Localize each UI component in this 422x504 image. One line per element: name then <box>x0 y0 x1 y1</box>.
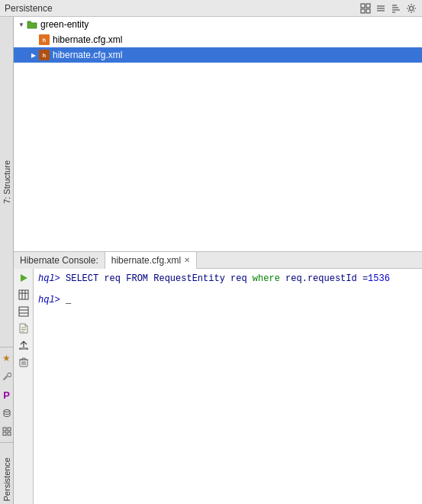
svg-point-11 <box>410 6 414 10</box>
console-content: hql> SELECT req FROM RequestEntity req w… <box>14 269 422 504</box>
folder-icon <box>26 19 38 30</box>
persistence-tree: ▼ green-entity h hibernate.cfg.xml ▶ <box>14 17 422 252</box>
delete-button[interactable] <box>16 354 31 370</box>
export-button[interactable] <box>16 338 31 353</box>
tree-item-green-entity[interactable]: ▼ green-entity <box>14 17 422 32</box>
svg-rect-13 <box>3 428 6 431</box>
green-entity-label: green-entity <box>40 19 89 30</box>
close-tab-icon[interactable]: ✕ <box>184 256 190 264</box>
hql-select: SELECT req FROM RequestEntity req <box>60 272 253 286</box>
hql-value: 1536 <box>368 272 390 286</box>
console-toolbar <box>14 269 34 504</box>
console-line-2: hql> _ <box>38 293 417 307</box>
structure-label: 7: Structure <box>2 160 11 204</box>
hql-prompt-1: hql> <box>38 272 60 286</box>
console-spacer <box>38 286 417 293</box>
svg-rect-0 <box>361 4 365 8</box>
sort-icon[interactable] <box>390 2 402 15</box>
persistence-label: Persistence <box>2 457 11 501</box>
content-area: ▼ green-entity h hibernate.cfg.xml ▶ <box>14 17 422 504</box>
persistence-panel-tab[interactable]: Persistence <box>0 443 13 504</box>
hibernate-file-icon: h <box>38 34 50 45</box>
tree-item-hibernate1[interactable]: h hibernate.cfg.xml <box>14 32 422 47</box>
hibernate2-label: hibernate.cfg.xml <box>53 50 122 60</box>
settings-icon[interactable] <box>405 2 417 15</box>
outer-wrapper: 7: Structure ★ P <box>0 17 422 504</box>
star-icon[interactable]: ★ <box>1 352 13 364</box>
structure-panel-tab[interactable]: 7: Structure <box>0 17 13 347</box>
collapse-arrow: ▶ <box>29 50 38 60</box>
console-tabs: Hibernate Console: hibernate.cfg.xml ✕ <box>14 252 422 269</box>
expand-arrow-empty <box>29 35 38 44</box>
hql-prompt-2: hql> <box>38 293 60 307</box>
wrench-icon[interactable] <box>1 370 13 383</box>
list-view-button[interactable] <box>16 304 31 319</box>
svg-rect-14 <box>8 428 11 431</box>
menu-icon[interactable] <box>375 2 387 15</box>
tab-hibernate-console[interactable]: Hibernate Console: <box>14 252 105 269</box>
title-bar-actions <box>359 2 417 15</box>
grid-view-icon[interactable] <box>359 2 372 15</box>
console-line-1: hql> SELECT req FROM RequestEntity req w… <box>38 272 417 286</box>
hql-cursor: _ <box>60 293 71 307</box>
run-button[interactable] <box>16 270 31 286</box>
p-icon[interactable]: P <box>1 389 13 401</box>
hibernate-file-icon2: h <box>38 50 50 60</box>
svg-rect-1 <box>366 4 370 8</box>
svg-marker-17 <box>21 274 27 282</box>
svg-rect-18 <box>19 290 28 299</box>
favorites-section: ★ P <box>0 347 13 443</box>
svg-rect-15 <box>3 432 6 435</box>
svg-point-12 <box>4 410 10 412</box>
grid-small-icon[interactable] <box>1 425 13 438</box>
svg-rect-2 <box>361 9 365 13</box>
hql-condition: req.requestId = <box>280 272 368 286</box>
console-tab-label: Hibernate Console: <box>20 255 98 266</box>
svg-rect-3 <box>366 9 370 13</box>
panel-title: Persistence <box>5 3 53 14</box>
console-text-area[interactable]: hql> SELECT req FROM RequestEntity req w… <box>34 269 422 504</box>
hibernate1-label: hibernate.cfg.xml <box>53 34 122 45</box>
cfg-tab-label: hibernate.cfg.xml <box>111 255 181 266</box>
database-icon[interactable] <box>1 407 13 419</box>
tree-item-hibernate2[interactable]: ▶ h hibernate.cfg.xml <box>14 47 422 63</box>
console-panel: Hibernate Console: hibernate.cfg.xml ✕ <box>14 252 422 504</box>
hql-where: where <box>253 272 280 286</box>
left-sidebar: 7: Structure ★ P <box>0 17 14 504</box>
svg-rect-16 <box>8 432 11 435</box>
expand-arrow: ▼ <box>17 20 26 29</box>
title-bar: Persistence <box>0 0 422 17</box>
tab-hibernate-cfg[interactable]: hibernate.cfg.xml ✕ <box>105 252 197 269</box>
table-view-button[interactable] <box>16 287 31 302</box>
svg-rect-22 <box>19 307 28 316</box>
document-button[interactable] <box>16 321 31 336</box>
